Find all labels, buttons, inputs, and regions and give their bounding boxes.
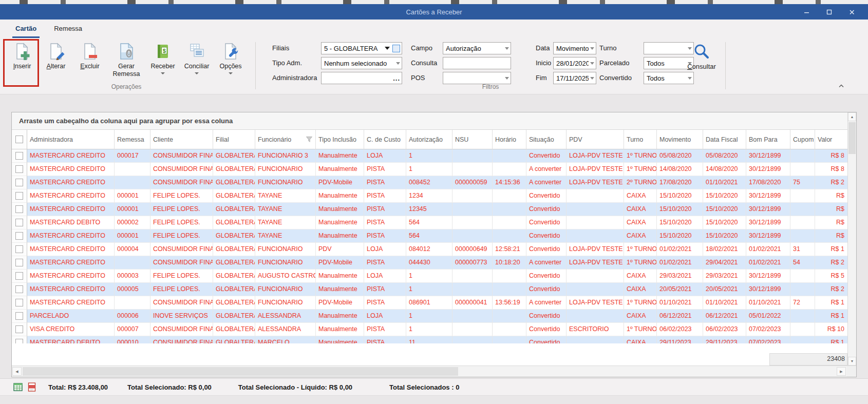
dropdown-caret-icon[interactable] bbox=[590, 62, 594, 65]
conciliar-dropdown-caret[interactable] bbox=[195, 72, 199, 74]
row-select-cell[interactable] bbox=[12, 216, 27, 229]
scroll-up-arrow[interactable]: ▲ bbox=[848, 112, 856, 121]
horizontal-scroll-thumb[interactable] bbox=[23, 367, 458, 376]
column-header-autorizacao[interactable]: Autorização bbox=[406, 130, 452, 149]
vertical-scroll-thumb[interactable] bbox=[848, 122, 856, 154]
column-header-pdv[interactable]: PDV bbox=[567, 130, 624, 149]
table-row[interactable]: MASTERCARD DEBITO000010CONSUMIDOR FINALG… bbox=[12, 336, 847, 343]
row-checkbox[interactable] bbox=[15, 285, 23, 293]
group-by-panel[interactable]: Arraste um cabeçalho da coluna aqui para… bbox=[12, 112, 856, 130]
dropdown-caret-icon[interactable] bbox=[505, 47, 509, 50]
column-header-bom-para[interactable]: Bom Para bbox=[746, 130, 790, 149]
row-select-cell[interactable] bbox=[12, 229, 27, 243]
ellipsis-button[interactable]: ... bbox=[393, 74, 400, 82]
table-row[interactable]: MASTERCARD CREDITOCONSUMIDOR FINALGLOBAL… bbox=[12, 163, 847, 176]
row-checkbox[interactable] bbox=[15, 312, 23, 320]
row-select-cell[interactable] bbox=[12, 203, 27, 216]
gerar-remessa-button[interactable]: Gerar Remessa bbox=[107, 41, 146, 78]
table-row[interactable]: MASTERCARD CREDITOCONSUMIDOR FINALGLOBAL… bbox=[12, 296, 847, 310]
filter-field-campo[interactable]: Autorização bbox=[443, 42, 511, 54]
row-checkbox[interactable] bbox=[15, 205, 23, 213]
row-select-cell[interactable] bbox=[12, 163, 27, 176]
filter-field-convertido[interactable]: Todos bbox=[644, 72, 694, 84]
column-header-cliente[interactable]: Cliente bbox=[150, 130, 213, 149]
row-checkbox[interactable] bbox=[15, 339, 23, 343]
row-checkbox[interactable] bbox=[15, 299, 23, 306]
column-header-data-fiscal[interactable]: Data Fiscal bbox=[703, 130, 746, 149]
horizontal-scrollbar[interactable]: ◀ ▶ bbox=[12, 365, 856, 377]
vertical-scrollbar[interactable]: ▲ ▼ bbox=[847, 112, 856, 365]
alterar-button[interactable]: Alterar bbox=[39, 41, 73, 78]
row-checkbox[interactable] bbox=[15, 152, 23, 160]
column-header-horario[interactable]: Horário bbox=[493, 130, 526, 149]
dropdown-caret-icon[interactable] bbox=[688, 77, 692, 80]
minimize-button[interactable] bbox=[795, 4, 818, 20]
table-row[interactable]: MASTERCARD CREDITO000001FELIPE LOPES.GLO… bbox=[12, 229, 847, 243]
row-checkbox[interactable] bbox=[15, 165, 23, 173]
table-row[interactable]: MASTERCARD CREDITO000004CONSUMIDOR FINAL… bbox=[12, 243, 847, 256]
column-header-valor[interactable]: Valor bbox=[815, 130, 847, 149]
scroll-right-arrow[interactable]: ▶ bbox=[837, 367, 846, 376]
row-select-cell[interactable] bbox=[12, 176, 27, 189]
row-checkbox[interactable] bbox=[15, 192, 23, 200]
filter-field-administradora[interactable]: ... bbox=[321, 72, 402, 84]
pdf-export-icon[interactable] bbox=[27, 382, 36, 392]
select-all-header[interactable] bbox=[12, 130, 27, 149]
row-checkbox[interactable] bbox=[15, 259, 23, 266]
table-row[interactable]: MASTERCARD CREDITOCONSUMIDOR FINALGLOBAL… bbox=[12, 256, 847, 270]
maximize-button[interactable] bbox=[818, 4, 840, 20]
select-all-checkbox[interactable] bbox=[15, 136, 23, 143]
tab-cartao[interactable]: Cartão bbox=[12, 21, 40, 38]
row-select-cell[interactable] bbox=[12, 149, 27, 163]
conciliar-button[interactable]: Conciliar bbox=[180, 41, 214, 78]
row-select-cell[interactable] bbox=[12, 323, 27, 336]
column-header-remessa[interactable]: Remessa bbox=[115, 130, 150, 149]
dropdown-caret-icon[interactable] bbox=[396, 62, 400, 65]
ribbon-collapse-button[interactable] bbox=[836, 81, 846, 90]
table-row[interactable]: MASTERCARD CREDITO000003FELIPE LOPES.GLO… bbox=[12, 270, 847, 283]
filter-field-filiais[interactable]: 5 - GLOBALTERA bbox=[321, 42, 402, 54]
inserir-button[interactable]: Inserir bbox=[5, 41, 39, 78]
column-header-movimento[interactable]: Movimento bbox=[657, 130, 703, 149]
filter-field-fim[interactable]: 17/11/2025 bbox=[553, 72, 596, 84]
opcoes-dropdown-caret[interactable] bbox=[229, 72, 233, 74]
row-select-cell[interactable] bbox=[12, 256, 27, 270]
table-row[interactable]: MASTERCARD DEBITO000002FELIPE LOPES.GLOB… bbox=[12, 216, 847, 229]
row-select-cell[interactable] bbox=[12, 283, 27, 296]
column-header-tipo-inclusao[interactable]: Tipo Inclusão bbox=[316, 130, 364, 149]
row-select-cell[interactable] bbox=[12, 243, 27, 256]
filter-field-consulta[interactable] bbox=[443, 57, 511, 69]
row-checkbox[interactable] bbox=[15, 219, 23, 226]
filter-funnel-icon[interactable] bbox=[306, 137, 312, 142]
column-header-cupom[interactable]: Cupom bbox=[790, 130, 815, 149]
column-header-administradora[interactable]: Administradora bbox=[27, 130, 115, 149]
scroll-left-arrow[interactable]: ◀ bbox=[12, 367, 22, 376]
receber-button[interactable]: $ Receber bbox=[146, 41, 180, 78]
row-checkbox[interactable] bbox=[15, 325, 23, 333]
consultar-button[interactable]: Consultar bbox=[679, 43, 724, 70]
column-header-funcionario[interactable]: Funcionário bbox=[255, 130, 316, 149]
filter-field-inicio[interactable]: 28/01/2020 bbox=[553, 57, 596, 69]
column-header-situacao[interactable]: Situação bbox=[526, 130, 567, 149]
column-header-filial[interactable]: Filial bbox=[213, 130, 255, 149]
table-row[interactable]: PARCELADO000006INOVE SERVIÇOSGLOBALTERAA… bbox=[12, 310, 847, 323]
filter-field-tipo-adm[interactable]: Nenhum selecionado bbox=[321, 57, 402, 69]
filiais-checkbox[interactable] bbox=[392, 45, 400, 52]
row-select-cell[interactable] bbox=[12, 336, 27, 343]
table-row[interactable]: MASTERCARD CREDITOCONSUMIDOR FINALGLOBAL… bbox=[12, 176, 847, 189]
excel-export-icon[interactable] bbox=[13, 382, 23, 392]
row-checkbox[interactable] bbox=[15, 272, 23, 280]
excluir-button[interactable]: Excluir bbox=[73, 41, 107, 78]
row-checkbox[interactable] bbox=[15, 245, 23, 253]
table-row[interactable]: MASTERCARD CREDITO000017CONSUMIDOR FINAL… bbox=[12, 149, 847, 163]
column-header-nsu[interactable]: NSU bbox=[452, 130, 493, 149]
filter-field-pos[interactable] bbox=[443, 72, 511, 84]
table-row[interactable]: MASTERCARD CREDITO000001FELIPE LOPES.GLO… bbox=[12, 203, 847, 216]
scroll-down-arrow[interactable]: ▼ bbox=[848, 357, 856, 365]
close-button[interactable] bbox=[840, 4, 863, 20]
row-checkbox[interactable] bbox=[15, 179, 23, 186]
row-select-cell[interactable] bbox=[12, 310, 27, 323]
row-select-cell[interactable] bbox=[12, 189, 27, 203]
table-row[interactable]: MASTERCARD CREDITO000001FELIPE LOPES.GLO… bbox=[12, 189, 847, 203]
dropdown-caret-icon[interactable] bbox=[505, 77, 509, 80]
